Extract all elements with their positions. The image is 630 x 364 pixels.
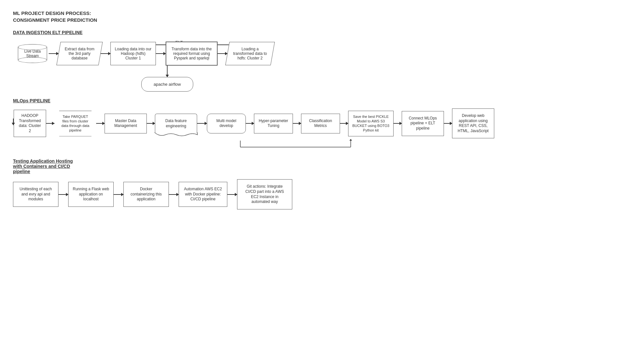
elt-section: DATA INGESTION ELT PIPELINE ELT Live Dat… (13, 30, 617, 92)
arrow-m7 (340, 123, 348, 124)
save-pickle-node: Save the best PICKLE Model to AWS S3 BUC… (348, 111, 394, 136)
elt-section-title: DATA INGESTION ELT PIPELINE (13, 30, 617, 35)
classification-metrics-node: Classification Metrics (301, 114, 340, 133)
arrow-4 (218, 53, 227, 54)
wavy-bottom-svg (155, 132, 197, 137)
extract-node: Extract data from the 3rd party database (57, 42, 103, 65)
automation-aws-node: Automation AWS EC2 with Docker pipeline:… (179, 182, 227, 207)
testing-section-title: Testing Application Hostingwith Containe… (13, 158, 617, 174)
master-data-node: Master Data Management (105, 114, 147, 133)
live-data-stream-node: Live Data Stream (16, 44, 49, 63)
take-parquet-node: Take PARQUET files from cluster data thr… (54, 111, 96, 136)
arrow-m1 (46, 123, 54, 124)
arrow-m9 (444, 123, 452, 124)
cyl-bottom (18, 57, 47, 63)
data-feature-node: Data feature engineering (155, 114, 197, 133)
arrow-c2 (114, 194, 123, 195)
testing-section: Testing Application Hostingwith Containe… (13, 158, 617, 209)
mlops-section: MLOps PIPELINE HADOOP Transformed data: … (13, 98, 617, 149)
multi-model-node: Multi model develop (207, 114, 246, 133)
arrow-m4 (197, 123, 207, 124)
mlops-flow-row: HADOOP Transformed data: Cluster 2 Take … (13, 108, 617, 138)
arrow-m2 (96, 123, 105, 124)
svg-marker-8 (349, 139, 352, 141)
hadoop-transformed-node: HADOOP Transformed data: Cluster 2 (14, 110, 46, 137)
develop-web-node: Develop web application using REST API, … (452, 108, 494, 138)
arrow-1 (49, 53, 58, 54)
page-container: ML PROJECT DESIGN PROCESS: CONSIGNMENT P… (13, 10, 617, 209)
transform-node: Transform data into the required format … (166, 42, 218, 66)
arrow-down-to-airflow (167, 66, 168, 77)
git-actions-node: Git actions: Integrate CI/CD part into a… (237, 179, 292, 209)
arrow-m3 (147, 123, 155, 124)
hyper-param-node: Hyper-parameter Tuning (254, 114, 293, 133)
arrow-c1 (58, 194, 68, 195)
mlops-loop-svg (240, 139, 351, 149)
arrow-3 (156, 53, 166, 54)
arrow-m8 (394, 123, 402, 124)
arrow-m5 (246, 123, 254, 124)
arrow-c4 (227, 194, 237, 195)
docker-node: Docker containerizing this application (123, 182, 169, 207)
loading-cluster2-node: Loading a transformed data to hdfs: Clus… (225, 42, 275, 65)
cicd-flow-row: Unittesting of each and evry api and mod… (13, 179, 617, 209)
mlops-section-title: MLOps PIPELINE (13, 98, 617, 103)
arrow-2 (101, 53, 110, 54)
apache-airflow-node: apache airflow (141, 77, 193, 92)
arrow-c3 (169, 194, 179, 195)
loading-hadoop-node: Loading data into our Hadoop (hdfs) Clus… (110, 42, 156, 65)
unittesting-node: Unittesting of each and evry api and mod… (13, 182, 58, 207)
flask-web-node: Running a Flask web application on local… (68, 182, 114, 207)
connect-mlops-node: Connect MLOps pipeline + ELT pipeline (402, 111, 444, 136)
arrow-m6 (293, 123, 301, 124)
cyl-top (18, 44, 47, 50)
page-title: ML PROJECT DESIGN PROCESS: CONSIGNMENT P… (13, 10, 617, 23)
